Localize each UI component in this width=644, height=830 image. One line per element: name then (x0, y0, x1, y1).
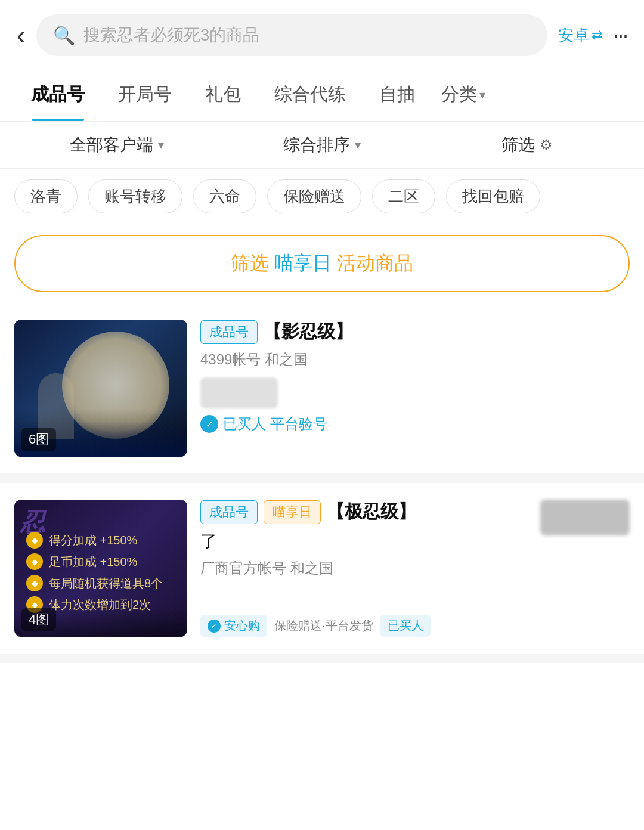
product-title-1: 【影忍级】 (264, 320, 353, 344)
tag-zhanghao[interactable]: 账号转移 (88, 179, 182, 213)
product-card-2[interactable]: 忍 ◆ 得分加成 +150% ◆ 足币加成 +150% ◆ 每局随机获得道具8个 (0, 483, 644, 663)
price-blurred-1 (200, 377, 278, 408)
search-bar[interactable]: 🔍 搜索忍者必须死3的商品 (36, 14, 547, 56)
product-card-1[interactable]: 6图 成品号 【影忍级】 4399帐号 和之国 ✓ 已买人 平台验号 (0, 303, 644, 483)
tags-row: 洛青 账号转移 六命 保险赠送 二区 找回包赔 (0, 169, 644, 224)
promo-banner[interactable]: 筛选 喵享日 活动商品 (14, 235, 630, 292)
tab-zonghe[interactable]: 综合代练 (258, 68, 363, 121)
filter-bar: 全部客户端 ▾ 综合排序 ▾ 筛选 ⚙ (0, 122, 644, 169)
service-tag: 保险赠送·平台发货 (274, 618, 373, 634)
chevron-down-icon: ▾ (355, 138, 361, 152)
tag-luoqing[interactable]: 洛青 (14, 179, 78, 213)
search-placeholder: 搜索忍者必须死3的商品 (83, 24, 531, 47)
product-subtitle-2: 厂商官方帐号 和之国 (200, 559, 630, 578)
image-count-badge-2: 4图 (21, 608, 56, 631)
product-subtitle-1: 4399帐号 和之国 (200, 350, 630, 369)
sold-badge-1: ✓ 已买人 平台验号 (200, 414, 630, 433)
product-image-2: 忍 ◆ 得分加成 +150% ◆ 足币加成 +150% ◆ 每局随机获得道具8个 (14, 500, 187, 637)
header: ‹ 🔍 搜索忍者必须死3的商品 安卓 ⇄ ··· (0, 0, 644, 68)
tab-bar: 成品号 开局号 礼包 综合代练 自抽 分类 ▾ (0, 68, 644, 122)
sort-filter-button[interactable]: 综合排序 ▾ (219, 134, 424, 156)
special-badge-2: 喵享日 (264, 500, 321, 524)
anxin-check-icon: ✓ (208, 620, 221, 633)
badge-row-1: 成品号 【影忍级】 (200, 320, 630, 344)
search-icon: 🔍 (53, 25, 75, 46)
tab-fenlei[interactable]: 分类 ▾ (432, 68, 495, 121)
sold-tag-2: 已买人 (380, 615, 431, 637)
advanced-filter-button[interactable]: 筛选 ⚙ (425, 134, 630, 156)
tab-zichou[interactable]: 自抽 (363, 68, 432, 121)
more-button[interactable]: ··· (613, 23, 627, 48)
tag-erqu[interactable]: 二区 (372, 179, 435, 213)
tag-baoxian[interactable]: 保险赠送 (267, 179, 361, 213)
image-count-badge-1: 6图 (21, 428, 56, 451)
bottom-badges-2: ✓ 安心购 保险赠送·平台发货 已买人 (200, 615, 630, 637)
client-filter-button[interactable]: 全部客户端 ▾ (14, 134, 219, 156)
product-info-2: 成品号 喵享日 【极忍级】 了 厂商官方帐号 和之国 ✓ 安心购 保险赠送·平台… (200, 500, 630, 637)
price-blurred-top-2 (540, 500, 630, 535)
tab-kaiju[interactable]: 开局号 (101, 68, 188, 121)
price-area-1 (200, 377, 630, 408)
chevron-down-icon: ▾ (158, 138, 164, 152)
product-title-2: 【极忍级】 (327, 500, 416, 524)
product-info-1: 成品号 【影忍级】 4399帐号 和之国 ✓ 已买人 平台验号 (200, 320, 630, 457)
anxin-badge: ✓ 安心购 (200, 615, 267, 637)
type-badge-2: 成品号 (200, 500, 258, 524)
tab-libao[interactable]: 礼包 (188, 68, 258, 121)
platform-label[interactable]: 安卓 ⇄ (558, 25, 602, 46)
back-button[interactable]: ‹ (17, 22, 26, 48)
switch-icon: ⇄ (592, 27, 602, 43)
verified-icon-1: ✓ (200, 415, 218, 433)
tab-chengpin[interactable]: 成品号 (14, 68, 101, 121)
product-image-1: 6图 (14, 320, 187, 457)
promo-text: 筛选 喵享日 活动商品 (231, 250, 413, 277)
header-right: 安卓 ⇄ ··· (558, 23, 627, 48)
type-badge-1: 成品号 (200, 320, 258, 344)
chevron-down-icon: ▾ (479, 88, 485, 102)
tag-liuming[interactable]: 六命 (193, 179, 256, 213)
product-list: 6图 成品号 【影忍级】 4399帐号 和之国 ✓ 已买人 平台验号 忍 (0, 303, 644, 687)
filter-icon: ⚙ (540, 137, 553, 153)
tag-zhaohui[interactable]: 找回包赔 (446, 179, 540, 213)
